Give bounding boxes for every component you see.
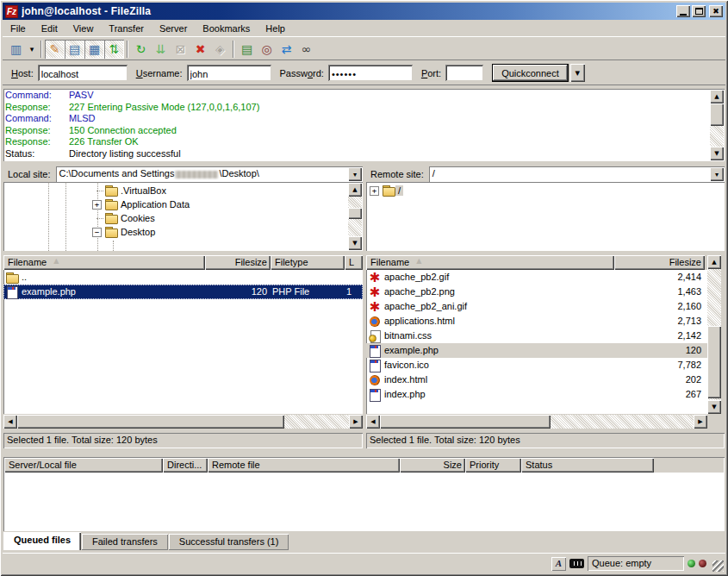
column-header-remote file[interactable]: Remote file bbox=[208, 458, 400, 473]
file-row[interactable]: favicon.ico7,782 bbox=[366, 358, 707, 373]
expand-icon[interactable]: + bbox=[370, 186, 379, 196]
collapse-icon[interactable]: − bbox=[92, 228, 102, 237]
column-header-directi...[interactable]: Directi... bbox=[163, 458, 208, 473]
tree-item[interactable]: +Application Data bbox=[92, 197, 348, 211]
quickconnect-dropdown[interactable]: ▾ bbox=[570, 64, 585, 82]
synchronized-browsing-button[interactable]: ⇄ bbox=[277, 40, 296, 59]
quickconnect-bar: Host: Username: Password: Port: Quickcon… bbox=[3, 61, 725, 85]
column-header-filesize[interactable]: Filesize bbox=[205, 255, 271, 270]
directory-comparison-button[interactable]: ◎ bbox=[257, 40, 277, 59]
log-line-label: Command: bbox=[5, 90, 69, 102]
filter-button[interactable]: ▤ bbox=[237, 40, 257, 59]
tree-item[interactable]: −Desktop bbox=[92, 225, 348, 239]
file-row[interactable]: index.html202 bbox=[366, 373, 707, 387]
tree-item[interactable]: Cookies bbox=[92, 211, 348, 225]
menu-item-bookmarks[interactable]: Bookmarks bbox=[195, 22, 258, 35]
local-tree-scrollbar[interactable]: ▲ ▼ bbox=[348, 183, 362, 250]
file-row[interactable]: ✱apache_pb2.gif2,414 bbox=[366, 270, 707, 285]
process-queue-button[interactable]: ⇊ bbox=[151, 40, 171, 59]
column-header-filename[interactable]: Filename▲ bbox=[3, 255, 205, 270]
site-manager-dropdown[interactable]: ▾ bbox=[26, 40, 38, 59]
maximize-button[interactable] bbox=[692, 5, 706, 17]
tab-successful-transfers-1[interactable]: Successful transfers (1) bbox=[169, 534, 289, 550]
column-header-filetype[interactable]: Filetype bbox=[271, 255, 345, 270]
data-type-indicator-icon[interactable]: A bbox=[551, 557, 566, 571]
local-site-dropdown[interactable]: ▾ bbox=[348, 167, 362, 181]
minimize-button[interactable] bbox=[676, 5, 690, 17]
remote-site-combo[interactable]: / ▾ bbox=[429, 166, 725, 182]
scroll-down-icon[interactable]: ▼ bbox=[348, 236, 362, 250]
file-row[interactable]: bitnami.css2,142 bbox=[366, 329, 707, 343]
tab-failed-transfers[interactable]: Failed transfers bbox=[82, 534, 168, 550]
column-header-server/local file[interactable]: Server/Local file bbox=[4, 458, 163, 473]
toggle-message-log-button[interactable]: ✎ bbox=[45, 40, 65, 59]
log-scrollbar-thumb[interactable] bbox=[710, 103, 724, 126]
disconnect-button[interactable]: ✖ bbox=[190, 40, 210, 59]
column-header-l[interactable]: L bbox=[345, 255, 363, 270]
scroll-up-icon[interactable]: ▲ bbox=[348, 183, 362, 197]
file-cell-name: example.php bbox=[3, 285, 205, 299]
queue-tabs: Queued filesFailed transfersSuccessful t… bbox=[3, 532, 725, 550]
close-icon: ✖ bbox=[712, 8, 719, 16]
speed-limits-icon[interactable] bbox=[569, 559, 584, 568]
quickconnect-button[interactable]: Quickconnect bbox=[492, 64, 569, 82]
scroll-left-icon[interactable]: ◀ bbox=[3, 415, 17, 429]
menu-item-server[interactable]: Server bbox=[152, 22, 195, 35]
toggle-local-tree-button[interactable]: ▤ bbox=[65, 40, 84, 59]
site-manager-button[interactable]: ▥ bbox=[6, 40, 26, 59]
toggle-queue-button[interactable]: ⇅ bbox=[104, 40, 124, 59]
menu-item-file[interactable]: File bbox=[3, 22, 34, 35]
file-row[interactable]: example.php120 bbox=[366, 343, 707, 358]
remote-list-vscrollbar[interactable]: ▲ ▼ bbox=[707, 255, 721, 414]
local-hscrollbar-thumb[interactable] bbox=[17, 415, 284, 429]
chevron-down-icon: ▾ bbox=[353, 167, 357, 182]
menu-item-view[interactable]: View bbox=[65, 22, 102, 35]
remote-list-hscrollbar[interactable]: ◀ ▶ bbox=[366, 415, 707, 429]
tree-item[interactable]: +/ bbox=[370, 184, 723, 197]
column-header-filesize[interactable]: Filesize bbox=[614, 255, 705, 270]
file-row[interactable]: .. bbox=[3, 270, 363, 285]
resize-grip[interactable] bbox=[712, 560, 724, 572]
close-button[interactable]: ✖ bbox=[709, 5, 723, 17]
remote-site-dropdown[interactable]: ▾ bbox=[710, 167, 724, 181]
column-header-filename[interactable]: Filename▲ bbox=[366, 255, 614, 270]
password-input[interactable] bbox=[328, 65, 413, 81]
tree-item[interactable]: .VirtualBox bbox=[92, 184, 348, 197]
scroll-left-icon[interactable]: ◀ bbox=[366, 415, 380, 429]
username-input[interactable] bbox=[187, 65, 271, 81]
toggle-remote-tree-button[interactable]: ▦ bbox=[84, 40, 104, 59]
remote-hscrollbar-thumb[interactable] bbox=[380, 415, 551, 429]
local-site-combo[interactable]: C:\Documents and Settings\Desktop\ ▾ bbox=[56, 166, 363, 182]
find-files-button[interactable]: ∞ bbox=[296, 40, 316, 59]
file-cell-name: .. bbox=[3, 270, 205, 285]
toolbar-separator bbox=[127, 41, 128, 58]
file-row[interactable]: index.php267 bbox=[366, 387, 707, 402]
local-list-hscrollbar[interactable]: ◀ ▶ bbox=[3, 415, 363, 429]
menu-item-edit[interactable]: Edit bbox=[34, 22, 65, 35]
port-input[interactable] bbox=[445, 65, 483, 81]
scroll-up-icon[interactable]: ▲ bbox=[710, 90, 724, 103]
log-line-text: PASV bbox=[69, 90, 94, 102]
host-input[interactable] bbox=[38, 65, 128, 81]
file-row[interactable]: ✱apache_pb2.png1,463 bbox=[366, 285, 707, 299]
log-scrollbar[interactable]: ▲ ▼ bbox=[710, 90, 724, 160]
scroll-down-icon[interactable]: ▼ bbox=[707, 400, 721, 414]
column-header-status[interactable]: Status bbox=[521, 458, 654, 473]
scroll-right-icon[interactable]: ▶ bbox=[694, 415, 707, 429]
scroll-right-icon[interactable]: ▶ bbox=[349, 415, 363, 429]
file-row[interactable]: example.php120PHP File1 bbox=[3, 285, 363, 299]
local-tree-scrollbar-thumb[interactable] bbox=[348, 208, 362, 219]
file-row[interactable]: applications.html2,713 bbox=[366, 314, 707, 329]
file-row[interactable]: ✱apache_pb2_ani.gif2,160 bbox=[366, 299, 707, 314]
menu-item-transfer[interactable]: Transfer bbox=[101, 22, 152, 35]
column-header-priority[interactable]: Priority bbox=[465, 458, 521, 473]
tab-queued-files[interactable]: Queued files bbox=[3, 532, 81, 550]
scroll-down-icon[interactable]: ▼ bbox=[710, 147, 724, 160]
expand-icon[interactable]: + bbox=[92, 200, 102, 210]
title-bar[interactable]: Fz john@localhost - FileZilla ✖ bbox=[3, 3, 725, 20]
remote-vscrollbar-thumb[interactable] bbox=[707, 326, 721, 398]
refresh-button[interactable]: ↻ bbox=[131, 40, 151, 59]
menu-item-help[interactable]: Help bbox=[258, 22, 293, 35]
scroll-up-icon[interactable]: ▲ bbox=[707, 255, 721, 269]
column-header-size[interactable]: Size bbox=[400, 458, 465, 473]
